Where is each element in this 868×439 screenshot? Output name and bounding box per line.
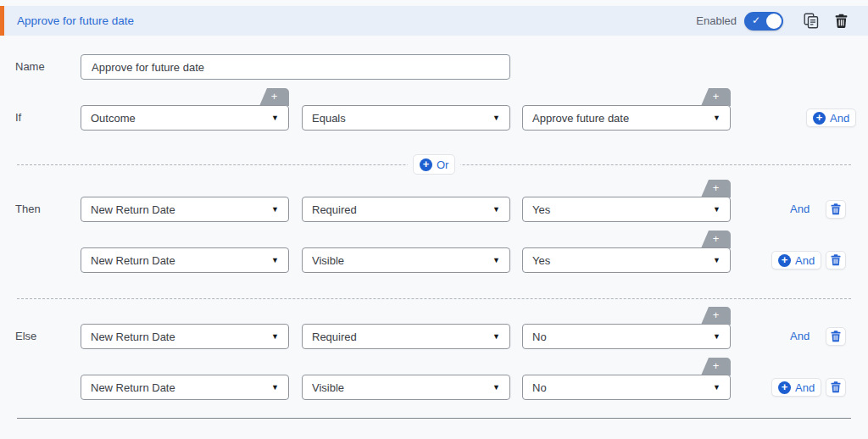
then-row2-delete-button[interactable] (826, 251, 846, 270)
dropdown-value: Yes (532, 203, 550, 216)
chevron-down-icon: ▼ (492, 205, 500, 214)
else-row1-field-dropdown[interactable]: New Return Date ▼ (81, 324, 289, 349)
dropdown-value: Approve future date (532, 112, 629, 125)
chevron-down-icon: ▼ (713, 114, 721, 122)
section-divider (17, 418, 851, 419)
chevron-down-icon: ▼ (271, 383, 279, 392)
dropdown-value: New Return Date (91, 254, 175, 267)
plus-tab-button[interactable]: + (701, 358, 731, 375)
toggle-knob (766, 14, 782, 29)
then-row1-and-link[interactable]: And (790, 203, 810, 215)
add-or-button[interactable]: + Or (413, 154, 455, 175)
rule-editor: Approve for future date Enabled ✓ (0, 0, 868, 439)
trash-icon (831, 331, 841, 342)
chevron-down-icon: ▼ (271, 332, 279, 341)
dropdown-value: New Return Date (91, 331, 175, 343)
chevron-down-icon: ▼ (492, 256, 500, 264)
dropdown-value: Required (312, 203, 357, 216)
plus-icon: + (713, 90, 720, 103)
enabled-label: Enabled (696, 14, 737, 27)
delete-rule-button[interactable] (835, 14, 848, 29)
dropdown-value: Visible (312, 254, 344, 267)
plus-tab-button[interactable]: + (259, 88, 289, 106)
if-operator-dropdown[interactable]: Equals ▼ (302, 105, 510, 131)
if-label: If (15, 110, 21, 125)
dropdown-value: New Return Date (91, 203, 175, 216)
then-label: Then (15, 202, 41, 217)
if-value-dropdown[interactable]: Approve future date ▼ (522, 105, 731, 131)
dropdown-value: No (532, 331, 547, 343)
trash-icon (835, 14, 848, 29)
rule-title[interactable]: Approve for future date (17, 14, 134, 27)
plus-tab-button[interactable]: + (701, 307, 731, 325)
chevron-down-icon: ▼ (713, 383, 721, 392)
and-button-label: And (795, 381, 815, 394)
trash-icon (831, 254, 841, 266)
chevron-down-icon: ▼ (271, 114, 279, 122)
name-label: Name (15, 59, 45, 75)
dropdown-value: No (532, 381, 547, 394)
dashed-divider (17, 298, 851, 299)
else-row2-delete-button[interactable] (826, 378, 846, 397)
plus-icon: + (271, 90, 278, 103)
then-row1-field-dropdown[interactable]: New Return Date ▼ (81, 197, 289, 222)
or-button-label: Or (437, 158, 448, 171)
header-controls: Enabled ✓ (696, 12, 868, 31)
then-row1-property-dropdown[interactable]: Required ▼ (302, 197, 510, 222)
plus-icon: + (778, 254, 791, 267)
plus-tab-button[interactable]: + (701, 231, 731, 248)
then-row1-value-dropdown[interactable]: Yes ▼ (522, 197, 731, 222)
dropdown-value: Required (312, 331, 357, 343)
plus-icon: + (813, 112, 826, 125)
plus-icon: + (778, 381, 791, 394)
check-icon: ✓ (752, 14, 760, 26)
then-row1-delete-button[interactable] (826, 200, 846, 219)
else-row1-value-dropdown[interactable]: No ▼ (522, 324, 731, 349)
and-button-label: And (795, 254, 815, 267)
rule-header: Approve for future date Enabled ✓ (0, 6, 868, 36)
else-row2-field-dropdown[interactable]: New Return Date ▼ (81, 375, 289, 400)
plus-icon: + (713, 232, 720, 245)
rule-name-input[interactable] (81, 54, 510, 80)
enabled-toggle[interactable]: ✓ (744, 12, 783, 31)
else-row1-and-link[interactable]: And (790, 330, 810, 342)
copy-icon (804, 13, 819, 29)
plus-icon: + (713, 359, 720, 372)
plus-icon: + (420, 158, 432, 171)
dropdown-value: New Return Date (91, 381, 175, 394)
then-row2-field-dropdown[interactable]: New Return Date ▼ (81, 247, 289, 273)
chevron-down-icon: ▼ (492, 114, 500, 122)
trash-icon (831, 381, 841, 393)
else-row2-property-dropdown[interactable]: Visible ▼ (302, 375, 510, 400)
dropdown-value: Visible (312, 381, 344, 394)
chevron-down-icon: ▼ (492, 383, 500, 392)
then-add-and-button[interactable]: + And (771, 251, 821, 270)
and-button-label: And (830, 112, 849, 125)
else-add-and-button[interactable]: + And (771, 378, 821, 397)
trash-icon (831, 203, 841, 215)
chevron-down-icon: ▼ (271, 205, 279, 214)
if-add-and-button[interactable]: + And (806, 108, 856, 127)
chevron-down-icon: ▼ (713, 205, 721, 214)
dropdown-value: Equals (312, 112, 346, 125)
chevron-down-icon: ▼ (492, 332, 500, 341)
then-row2-property-dropdown[interactable]: Visible ▼ (302, 247, 510, 273)
then-row2-value-dropdown[interactable]: Yes ▼ (522, 247, 731, 273)
plus-icon: + (713, 181, 720, 194)
chevron-down-icon: ▼ (713, 256, 721, 264)
dropdown-value: Outcome (91, 112, 136, 125)
plus-tab-button[interactable]: + (701, 180, 731, 197)
if-field-dropdown[interactable]: Outcome ▼ (81, 105, 289, 131)
plus-tab-button[interactable]: + (701, 88, 731, 106)
chevron-down-icon: ▼ (713, 332, 721, 341)
chevron-down-icon: ▼ (271, 256, 279, 264)
dropdown-value: Yes (532, 254, 550, 267)
else-row1-property-dropdown[interactable]: Required ▼ (302, 324, 510, 349)
else-row2-value-dropdown[interactable]: No ▼ (522, 375, 731, 400)
copy-rule-button[interactable] (804, 13, 819, 29)
plus-icon: + (713, 308, 720, 321)
else-row1-delete-button[interactable] (826, 327, 846, 346)
else-label: Else (15, 329, 36, 344)
